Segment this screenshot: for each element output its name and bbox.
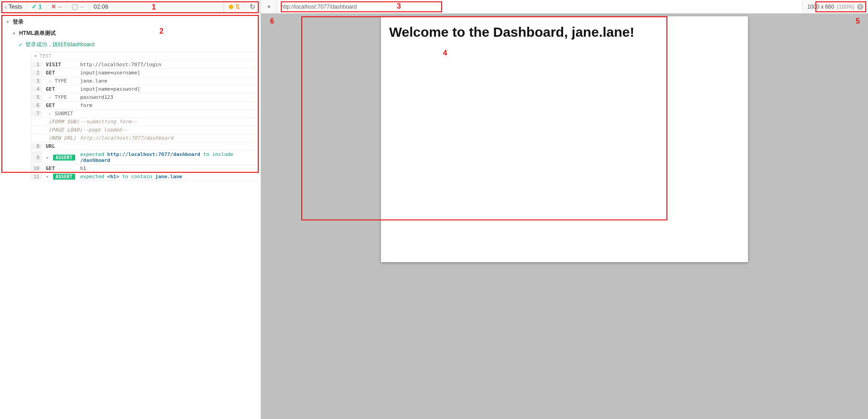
auto-scroll-toggle[interactable]: ⇅ bbox=[224, 0, 245, 13]
command-message: --submitting form-- bbox=[80, 119, 257, 125]
command-message: password123 bbox=[80, 94, 257, 100]
assert-badge: ASSERT bbox=[53, 155, 75, 161]
aut-iframe[interactable]: Welcome to the Dashboard, jane.lane! bbox=[381, 16, 748, 262]
command-name: URL bbox=[42, 143, 80, 149]
suite-row[interactable]: ▼ 登录 bbox=[3, 16, 258, 28]
assert-badge: ASSERT bbox=[53, 174, 75, 180]
circle-icon: ◯ bbox=[72, 3, 78, 10]
reporter-pane: ‹ Tests ✓ 1 ✕ -- ◯ -- 02.06 ⇅ ↻ ▼ 登录 bbox=[0, 0, 261, 419]
command-log: ▼ TEST 1VISIThttp://localhost:7077/login… bbox=[31, 51, 258, 181]
caret-down-icon: ▼ bbox=[33, 54, 38, 57]
x-icon: ✕ bbox=[51, 3, 56, 10]
caret-down-icon: ▼ bbox=[5, 19, 10, 24]
viewport-size: 1000 x 660 bbox=[807, 4, 834, 10]
command-number bbox=[31, 119, 42, 125]
command-row[interactable]: 6GETform bbox=[31, 101, 257, 109]
command-row[interactable]: (NEW URL)http://localhost:7077/dashboard bbox=[31, 134, 257, 142]
command-row[interactable]: 9- ASSERTexpected http://localhost:7077/… bbox=[31, 150, 257, 164]
command-message: --page loaded-- bbox=[82, 127, 257, 133]
reload-icon: ↻ bbox=[250, 3, 256, 11]
pending-count[interactable]: ◯ -- bbox=[67, 0, 89, 13]
command-number: 5 bbox=[31, 94, 42, 100]
dot-icon bbox=[229, 5, 233, 9]
pending-count-value: -- bbox=[80, 3, 84, 10]
command-message: input[name=password] bbox=[80, 86, 257, 92]
fail-count[interactable]: ✕ -- bbox=[47, 0, 67, 13]
command-number: 3 bbox=[31, 78, 42, 84]
check-icon: ✓ bbox=[18, 42, 23, 48]
command-message: http://localhost:7077/dashboard bbox=[80, 135, 257, 141]
command-name: - SUBMIT bbox=[42, 111, 80, 117]
command-number: 1 bbox=[31, 62, 42, 68]
command-number bbox=[31, 135, 42, 141]
command-name: - TYPE bbox=[42, 94, 80, 100]
command-message: expected http://localhost:7077/dashboard… bbox=[80, 151, 257, 163]
command-name: GET bbox=[42, 86, 80, 92]
suite-title: 登录 bbox=[13, 18, 24, 26]
timer-value: 02.06 bbox=[94, 3, 109, 10]
command-row[interactable]: 4GETinput[name=password] bbox=[31, 85, 257, 93]
command-row[interactable]: 11- ASSERTexpected <h1> to contain jane.… bbox=[31, 172, 257, 180]
timer: 02.06 bbox=[89, 0, 224, 13]
command-number: 10 bbox=[31, 166, 42, 171]
command-name: (FORM SUB) bbox=[42, 119, 80, 125]
command-number: 8 bbox=[31, 143, 42, 149]
command-message: input[name=username] bbox=[80, 70, 257, 76]
check-icon: ✓ bbox=[32, 3, 37, 10]
command-name: GET bbox=[42, 102, 80, 108]
back-label: Tests bbox=[9, 3, 22, 10]
command-name: - ASSERT bbox=[42, 155, 80, 161]
fail-count-value: -- bbox=[58, 3, 62, 10]
test-title: 登录成功，跳转到dashboard bbox=[25, 41, 95, 49]
caret-down-icon: ▼ bbox=[11, 31, 16, 36]
command-row[interactable]: 5- TYPEpassword123 bbox=[31, 93, 257, 101]
command-row[interactable]: (FORM SUB)--submitting form-- bbox=[31, 117, 257, 126]
command-number: 6 bbox=[31, 102, 42, 108]
pass-count[interactable]: ✓ 1 bbox=[27, 0, 47, 13]
page-heading: Welcome to the Dashboard, jane.lane! bbox=[389, 24, 740, 40]
command-name: (NEW URL) bbox=[42, 135, 80, 141]
command-number: 7 bbox=[31, 111, 42, 117]
command-name: GET bbox=[42, 70, 80, 76]
pass-count-value: 1 bbox=[39, 3, 42, 10]
aut-stage: Welcome to the Dashboard, jane.lane! bbox=[261, 14, 868, 419]
command-row[interactable]: 8URL bbox=[31, 142, 257, 150]
section-label: TEST bbox=[39, 53, 52, 59]
command-message: h1 bbox=[80, 166, 257, 171]
command-row[interactable]: (PAGE LOAD)--page loaded-- bbox=[31, 126, 257, 134]
aut-pane: ⌖ http://localhost:7077/dashboard 1000 x… bbox=[261, 0, 868, 419]
command-number: 11 bbox=[31, 174, 42, 180]
command-name: - TYPE bbox=[42, 78, 80, 84]
command-message: http://localhost:7077/login bbox=[80, 62, 257, 68]
rerun-button[interactable]: ↻ bbox=[245, 0, 260, 13]
command-name: GET bbox=[42, 166, 80, 171]
test-row[interactable]: ✓ 登录成功，跳转到dashboard bbox=[15, 39, 258, 50]
command-message: form bbox=[80, 102, 257, 108]
viewport-zoom: (100%) bbox=[837, 4, 854, 10]
describe-row[interactable]: ▼ HTML表单测试 bbox=[9, 28, 258, 39]
command-row[interactable]: 1VISIThttp://localhost:7077/login bbox=[31, 60, 257, 68]
reporter-header: ‹ Tests ✓ 1 ✕ -- ◯ -- 02.06 ⇅ ↻ bbox=[0, 0, 260, 14]
updown-arrows-icon: ⇅ bbox=[235, 3, 240, 10]
command-message: expected <h1> to contain jane.lane bbox=[80, 174, 257, 180]
command-row[interactable]: 10GETh1 bbox=[31, 164, 257, 172]
command-row[interactable]: 7- SUBMIT bbox=[31, 109, 257, 117]
selector-playground-button[interactable]: ⌖ bbox=[261, 0, 277, 13]
command-number bbox=[31, 127, 42, 133]
crosshair-icon: ⌖ bbox=[267, 3, 270, 10]
command-name: VISIT bbox=[42, 62, 80, 68]
command-row[interactable]: 3- TYPEjane.lane bbox=[31, 77, 257, 85]
chevron-left-icon: ‹ bbox=[5, 3, 7, 10]
command-name: - ASSERT bbox=[42, 174, 80, 180]
viewport-info[interactable]: 1000 x 660 (100%) i bbox=[803, 0, 868, 13]
command-name: (PAGE LOAD) bbox=[42, 127, 82, 133]
url-text: http://localhost:7077/dashboard bbox=[281, 4, 357, 10]
tests-body: ▼ 登录 ▼ HTML表单测试 ✓ 登录成功，跳转到dashboard ▼ TE… bbox=[0, 14, 260, 185]
command-number: 4 bbox=[31, 86, 42, 92]
command-message: jane.lane bbox=[80, 78, 257, 84]
info-icon: i bbox=[857, 4, 863, 10]
back-to-tests-button[interactable]: ‹ Tests bbox=[0, 0, 27, 13]
command-row[interactable]: 2GETinput[name=username] bbox=[31, 68, 257, 77]
url-display[interactable]: http://localhost:7077/dashboard bbox=[277, 0, 803, 13]
command-log-header[interactable]: ▼ TEST bbox=[31, 52, 257, 60]
